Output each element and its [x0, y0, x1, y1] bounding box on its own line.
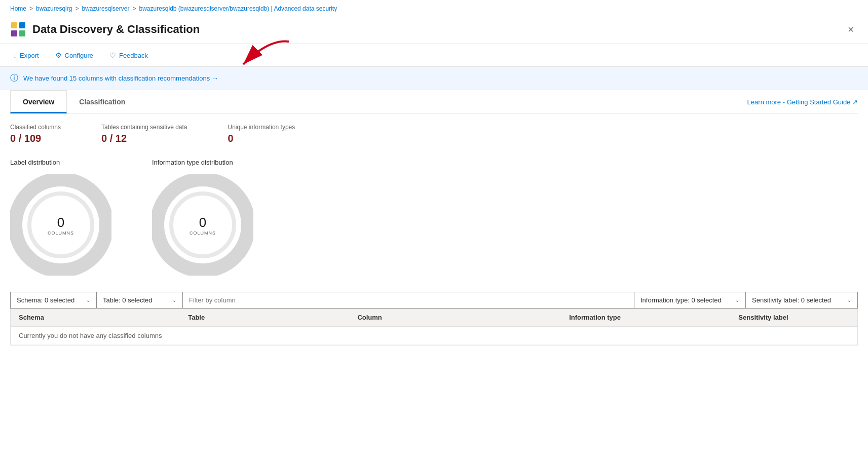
- table-container: Schema Table Column Information type Sen…: [10, 309, 858, 345]
- page-title-row: Data Discovery & Classification: [10, 21, 200, 37]
- info-type-chevron-icon: ⌄: [735, 297, 739, 303]
- stat-tables-label: Tables containing sensitive data: [101, 124, 187, 131]
- close-button[interactable]: ×: [844, 22, 858, 37]
- page-header: Data Discovery & Classification ×: [0, 17, 868, 44]
- table-filter-label: Table: 0 selected: [103, 296, 153, 304]
- feedback-button[interactable]: ♡ Feedback: [106, 49, 151, 61]
- info-distribution-chart: Information type distribution 0 COLUMNS: [152, 159, 253, 276]
- col-header-table: Table: [180, 309, 349, 327]
- left-donut-num: 0: [48, 215, 74, 230]
- breadcrumb-sep-3: >: [132, 5, 136, 12]
- schema-chevron-icon: ⌄: [86, 297, 90, 303]
- stat-classified-label: Classified columns: [10, 124, 61, 131]
- main-content: Overview Classification Learn more - Get…: [0, 90, 868, 345]
- export-label: Export: [20, 52, 39, 59]
- tabs: Overview Classification: [10, 90, 137, 113]
- page-icon: [10, 21, 26, 37]
- schema-filter[interactable]: Schema: 0 selected ⌄: [11, 292, 97, 308]
- table-header-row: Schema Table Column Information type Sen…: [11, 309, 857, 327]
- info-type-filter[interactable]: Information type: 0 selected ⌄: [634, 292, 746, 308]
- stat-tables-value: 0 / 12: [101, 133, 187, 144]
- label-distribution-chart: Label distribution 0 COLUMNS: [10, 159, 111, 276]
- export-button[interactable]: ↓ Export: [10, 49, 42, 61]
- info-banner: ⓘ We have found 15 columns with classifi…: [0, 67, 868, 90]
- right-donut-num: 0: [190, 215, 216, 230]
- breadcrumb-sep-1: >: [29, 5, 33, 12]
- breadcrumb-home[interactable]: Home: [10, 5, 26, 12]
- breadcrumb-server[interactable]: bwazuresqlserver: [82, 5, 129, 12]
- sensitivity-chevron-icon: ⌄: [847, 297, 851, 303]
- col-header-column: Column: [349, 309, 561, 327]
- info-dist-title: Information type distribution: [152, 159, 233, 166]
- sensitivity-filter[interactable]: Sensitivity label: 0 selected ⌄: [746, 292, 857, 308]
- svg-rect-3: [19, 30, 25, 36]
- sensitivity-filter-label: Sensitivity label: 0 selected: [752, 296, 831, 304]
- learn-more-link[interactable]: Learn more - Getting Started Guide ↗: [747, 98, 858, 113]
- charts-row: Label distribution 0 COLUMNS: [10, 159, 858, 276]
- table-chevron-icon: ⌄: [172, 297, 176, 303]
- left-donut-label: COLUMNS: [48, 230, 74, 236]
- stat-unique-info: Unique information types 0: [228, 124, 295, 144]
- left-donut-center: 0 COLUMNS: [48, 215, 74, 236]
- table-empty-row: Currently you do not have any classified…: [11, 327, 857, 345]
- breadcrumb-rg[interactable]: bwazuresqlrg: [36, 5, 72, 12]
- stat-unique-info-value: 0: [228, 133, 295, 144]
- toolbar: ↓ Export ⚙ Configure ♡ Feedback: [0, 44, 868, 67]
- left-donut-chart: 0 COLUMNS: [10, 174, 111, 276]
- table-empty-message: Currently you do not have any classified…: [11, 327, 857, 345]
- stats-row: Classified columns 0 / 109 Tables contai…: [10, 124, 858, 144]
- tab-overview[interactable]: Overview: [10, 90, 67, 113]
- col-header-schema: Schema: [11, 309, 180, 327]
- breadcrumb-sep-2: >: [75, 5, 79, 12]
- info-banner-link[interactable]: We have found 15 columns with classifica…: [23, 74, 218, 82]
- info-type-filter-label: Information type: 0 selected: [640, 296, 722, 304]
- column-filter-input[interactable]: [183, 292, 634, 308]
- tab-classification[interactable]: Classification: [67, 90, 137, 113]
- col-header-info-type: Information type: [561, 309, 730, 327]
- stat-classified-columns: Classified columns 0 / 109: [10, 124, 61, 144]
- filter-row: Schema: 0 selected ⌄ Table: 0 selected ⌄…: [10, 292, 858, 309]
- breadcrumb-db[interactable]: bwazuresqldb (bwazuresqlserver/bwazuresq…: [139, 5, 337, 12]
- right-donut-chart: 0 COLUMNS: [152, 174, 253, 276]
- right-donut-label: COLUMNS: [190, 230, 216, 236]
- left-donut-wrapper: 0 COLUMNS: [10, 174, 111, 276]
- export-icon: ↓: [13, 51, 17, 59]
- svg-rect-1: [19, 22, 25, 28]
- svg-rect-0: [11, 22, 17, 28]
- breadcrumb: Home > bwazuresqlrg > bwazuresqlserver >…: [0, 0, 868, 17]
- svg-rect-2: [11, 30, 17, 36]
- table-filter[interactable]: Table: 0 selected ⌄: [97, 292, 183, 308]
- right-donut-center: 0 COLUMNS: [190, 215, 216, 236]
- schema-filter-label: Schema: 0 selected: [17, 296, 74, 304]
- stat-tables-sensitive: Tables containing sensitive data 0 / 12: [101, 124, 187, 144]
- right-donut-wrapper: 0 COLUMNS: [152, 174, 253, 276]
- configure-label: Configure: [65, 52, 93, 59]
- stat-classified-value: 0 / 109: [10, 133, 61, 144]
- col-header-sensitivity: Sensitivity label: [730, 309, 857, 327]
- data-table: Schema Table Column Information type Sen…: [11, 309, 857, 345]
- stat-unique-info-label: Unique information types: [228, 124, 295, 131]
- feedback-label: Feedback: [119, 52, 148, 59]
- configure-icon: ⚙: [55, 51, 62, 59]
- label-dist-title: Label distribution: [10, 159, 60, 166]
- page-title: Data Discovery & Classification: [32, 23, 200, 36]
- configure-button[interactable]: ⚙ Configure: [52, 49, 96, 61]
- tabs-row: Overview Classification Learn more - Get…: [10, 90, 858, 113]
- feedback-icon: ♡: [109, 51, 116, 59]
- info-icon: ⓘ: [10, 73, 18, 84]
